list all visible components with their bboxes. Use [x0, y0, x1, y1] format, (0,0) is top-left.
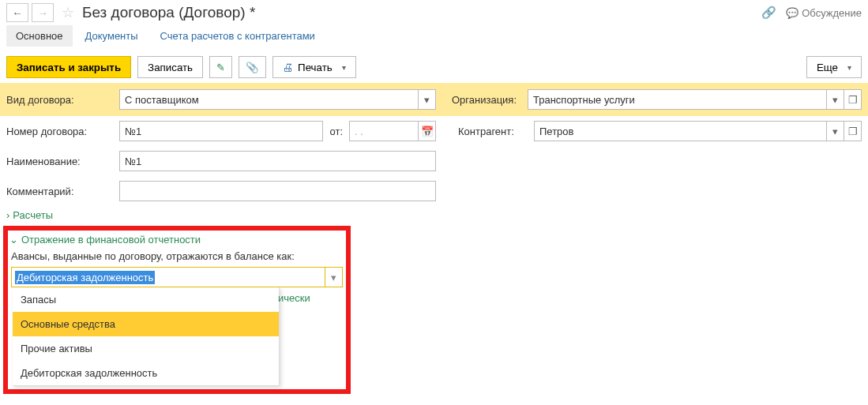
finrep-hint: Авансы, выданные по договору, отражаются… — [8, 249, 346, 267]
chevron-right-icon: › — [6, 209, 9, 221]
organization-label: Организация: — [452, 94, 521, 106]
name-input[interactable]: №1 — [119, 151, 436, 171]
contract-number-value: №1 — [125, 126, 141, 137]
paperclip-icon: 📎 — [246, 62, 259, 73]
back-button[interactable]: ← — [6, 3, 28, 22]
more-button[interactable]: Еще ▾ — [806, 56, 862, 78]
save-close-button[interactable]: Записать и закрыть — [6, 56, 131, 78]
finrep-highlight-area: ⌄ Отражение в финансовой отчетности Аван… — [3, 226, 351, 394]
truncated-text-fragment: ически — [278, 292, 310, 304]
highlighter-icon: ✎ — [216, 62, 225, 73]
counterparty-label: Контрагент: — [458, 126, 528, 137]
tab-accounts[interactable]: Счета расчетов с контрагентами — [151, 25, 325, 47]
favorite-star-icon[interactable]: ☆ — [62, 4, 74, 21]
contract-number-input[interactable]: №1 — [119, 121, 323, 141]
discussion-label: Обсуждение — [802, 7, 862, 19]
chevron-down-icon: ⌄ — [9, 234, 18, 246]
contract-type-dropdown-button[interactable]: ▾ — [419, 89, 436, 110]
contract-type-value: С поставщиком — [125, 94, 199, 106]
advance-balance-select[interactable]: Дебиторская задолженность — [11, 267, 325, 287]
section-calc-label: Расчеты — [13, 209, 53, 221]
section-calc-toggle[interactable]: › Расчеты — [0, 206, 868, 224]
tab-documents[interactable]: Документы — [76, 25, 148, 47]
page-title: Без договора (Договор) * — [82, 4, 758, 21]
counterparty-value: Петров — [539, 126, 573, 137]
printer-icon: 🖨 — [283, 62, 293, 73]
chevron-down-icon: ▾ — [847, 63, 851, 72]
name-value: №1 — [125, 156, 141, 167]
from-label: от: — [329, 126, 343, 137]
dropdown-option-other-assets[interactable]: Прочие активы — [13, 336, 279, 361]
counterparty-input[interactable]: Петров — [534, 121, 827, 141]
link-icon[interactable]: 🔗 — [761, 6, 776, 20]
highlight-button[interactable]: ✎ — [209, 56, 232, 78]
advance-balance-selected: Дебиторская задолженность — [15, 271, 155, 284]
counterparty-open-button[interactable]: ❐ — [844, 121, 862, 141]
print-button[interactable]: 🖨 Печать ▾ — [272, 56, 356, 78]
advance-balance-dropdown-list: Запасы Основные средства Прочие активы Д… — [13, 287, 280, 386]
organization-input[interactable]: Транспортные услуги — [528, 89, 827, 110]
date-placeholder: . . — [355, 126, 363, 137]
name-label: Наименование: — [6, 156, 113, 167]
contract-type-input[interactable]: С поставщиком — [119, 89, 419, 110]
more-label: Еще — [817, 62, 838, 73]
chevron-down-icon: ▾ — [342, 63, 346, 72]
contract-number-label: Номер договора: — [6, 126, 113, 137]
comment-label: Комментарий: — [6, 186, 113, 197]
counterparty-dropdown-button[interactable]: ▾ — [827, 121, 844, 141]
chat-icon: 💬 — [786, 7, 798, 19]
date-picker-button[interactable]: 📅 — [419, 121, 436, 141]
contract-type-label: Вид договора: — [6, 94, 113, 106]
forward-button[interactable]: → — [32, 3, 54, 22]
comment-input[interactable] — [119, 181, 436, 201]
dropdown-option-fixed-assets[interactable]: Основные средства — [13, 312, 279, 336]
organization-value: Транспортные услуги — [533, 94, 635, 106]
discussion-button[interactable]: 💬 Обсуждение — [786, 7, 862, 19]
advance-balance-dropdown-button[interactable]: ▾ — [325, 267, 343, 287]
organization-dropdown-button[interactable]: ▾ — [827, 89, 844, 110]
organization-open-button[interactable]: ❐ — [844, 89, 862, 110]
print-label: Печать — [298, 62, 333, 73]
dropdown-option-inventory[interactable]: Запасы — [13, 287, 279, 312]
date-input[interactable]: . . — [349, 121, 419, 141]
tab-main[interactable]: Основное — [6, 25, 73, 47]
attach-button[interactable]: 📎 — [239, 56, 266, 78]
save-button[interactable]: Записать — [137, 56, 203, 78]
section-finrep-label: Отражение в финансовой отчетности — [21, 234, 201, 246]
dropdown-option-receivables[interactable]: Дебиторская задолженность — [13, 361, 279, 385]
section-finrep-toggle[interactable]: ⌄ Отражение в финансовой отчетности — [8, 231, 346, 249]
